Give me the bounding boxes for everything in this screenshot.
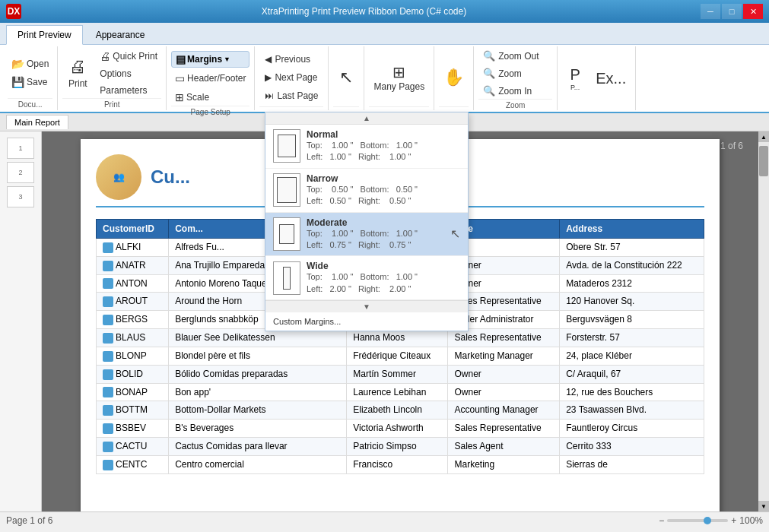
table-row: BLAUS Blauer See Delikatessen Hanna Moos… [97, 329, 704, 347]
last-icon: ⏭ [265, 90, 274, 101]
next-icon: ▶ [265, 72, 272, 83]
thumbnail-2[interactable]: 2 [7, 162, 34, 183]
zoom-in-button[interactable]: 🔍 Zoom In [478, 83, 552, 99]
maximize-button[interactable]: □ [722, 4, 742, 19]
close-button[interactable]: ✕ [743, 4, 763, 19]
parameters-button[interactable]: Parameters [96, 83, 161, 98]
margins-scroll-down[interactable]: ▼ [265, 300, 468, 312]
previous-icon: ◀ [265, 54, 272, 65]
printer-icon: 🖨 [69, 57, 86, 77]
row-icon [103, 423, 113, 434]
cursor-over-moderate: ↖ [450, 226, 460, 241]
zoom-slider[interactable] [667, 519, 728, 522]
row-icon [103, 261, 113, 271]
previous-page-button[interactable]: ◀ Previous [259, 51, 323, 68]
table-row: CENTC Centro comercial Francisco Marketi… [97, 455, 704, 473]
zoom-in-status-button[interactable]: + [731, 515, 736, 526]
save-button[interactable]: 💾 Save [8, 74, 52, 90]
zoom-group-label: Zoom [478, 99, 552, 109]
scroll-down-button[interactable]: ▼ [758, 501, 769, 511]
margins-chevron: ▼ [224, 55, 230, 63]
app-icon: DX [6, 4, 21, 19]
print-big-button[interactable]: 🖨 Print [62, 52, 93, 94]
margin-item-wide[interactable]: Wide Top: 1.00 " Bottom: 1.00 " Left: 2.… [265, 256, 468, 300]
customer-title: Cu... [151, 166, 190, 188]
zoom-level: 100% [739, 515, 763, 526]
col-address: Address [560, 220, 704, 239]
header-footer-button[interactable]: ▭ Header/Footer [171, 70, 249, 87]
margin-item-moderate[interactable]: Moderate Top: 1.00 " Bottom: 1.00 " Left… [265, 213, 468, 257]
ribbon-group-print: 🖨 Print 🖨 Quick Print Options Parameters… [58, 46, 167, 110]
options-button[interactable]: Options [96, 66, 161, 81]
vertical-scrollbar[interactable]: ▲ ▼ [758, 131, 769, 511]
scale-button[interactable]: ⊞ Scale [171, 89, 249, 106]
row-icon [103, 442, 113, 452]
hand-icon: ✋ [443, 68, 464, 87]
margins-dropdown-button[interactable]: ▤ Margins ▼ [171, 51, 249, 68]
table-row: BONAP Bon app' Laurence Lebihan Owner 12… [97, 383, 704, 401]
cursor-icon: ↖ [339, 68, 353, 87]
many-pages-group-label [369, 106, 429, 109]
many-pages-button[interactable]: ⊞ Many Pages [369, 56, 429, 99]
minimize-button[interactable]: ─ [701, 4, 720, 19]
zoom-out-button[interactable]: 🔍 Zoom Out [478, 48, 552, 64]
table-row: BOLID Bólido Comidas preparadas Martín S… [97, 365, 704, 383]
hand-cursor-button[interactable]: ✋ [439, 56, 469, 99]
margins-icon: ▤ [176, 53, 186, 65]
zoom-out-status-button[interactable]: − [659, 515, 664, 526]
export-ex-icon: Ex... [596, 70, 626, 87]
ribbon-group-hand: ✋ [434, 46, 474, 110]
tab-print-preview[interactable]: Print Preview [6, 25, 83, 45]
custom-margins-button[interactable]: Custom Margins... [265, 312, 468, 331]
save-icon: 💾 [11, 76, 24, 88]
row-icon [103, 369, 113, 380]
hand-group-label [439, 106, 469, 109]
select-cursor-button[interactable]: ↖ [333, 56, 359, 99]
page-setup-group-content: ▤ Margins ▼ ▭ Header/Footer ⊞ Scale [171, 48, 249, 106]
last-page-button[interactable]: ⏭ Last Page [259, 87, 323, 104]
export-button-ex[interactable]: Ex... [591, 57, 631, 100]
thumbnail-3[interactable]: 3 [7, 186, 34, 207]
open-button[interactable]: 📂 Open [8, 55, 52, 72]
next-page-button[interactable]: ▶ Next Page [259, 69, 323, 86]
ribbon-group-page-setup: ▤ Margins ▼ ▭ Header/Footer ⊞ Scale Page… [167, 46, 255, 110]
main-report-tab[interactable]: Main Report [6, 115, 68, 129]
row-icon [103, 278, 113, 289]
zoom-out-icon: 🔍 [483, 50, 495, 62]
open-icon: 📂 [11, 58, 24, 70]
wide-label: Wide [307, 261, 460, 271]
print-group-content: 🖨 Print 🖨 Quick Print Options Parameters [62, 48, 161, 98]
margin-item-narrow[interactable]: Narrow Top: 0.50 " Bottom: 0.50 " Left: … [265, 169, 468, 213]
row-icon [103, 405, 113, 416]
export-button-p[interactable]: P P... [562, 57, 588, 100]
customer-avatar: 👥 [96, 154, 141, 200]
ribbon: 📂 Open 💾 Save Docu... 🖨 Print 🖨 Quick Pr… [0, 45, 769, 113]
ribbon-tab-bar: Print Preview Appearance [0, 23, 769, 45]
navigation-group-label [259, 106, 323, 109]
margins-scroll-up[interactable]: ▲ [265, 112, 468, 125]
zoom-button[interactable]: 🔍 Zoom [478, 65, 552, 81]
scroll-thumb[interactable] [759, 146, 768, 176]
scale-icon: ⊞ [175, 91, 184, 103]
thumbnail-1[interactable]: 1 [7, 138, 34, 159]
moderate-preview [273, 217, 300, 251]
print-group-label: Print [62, 98, 161, 109]
quick-print-button[interactable]: 🖨 Quick Print [96, 48, 161, 65]
status-page-info: Page 1 of 6 [6, 515, 52, 526]
scroll-up-button[interactable]: ▲ [758, 131, 769, 142]
export-p-icon: P [570, 66, 580, 84]
page-thumbnails-sidebar: 1 2 3 [0, 131, 42, 511]
many-pages-icon: ⊞ [392, 63, 405, 81]
narrow-preview [273, 173, 300, 207]
margins-dropdown-panel: ▲ Normal Top: 1.00 " Bottom: 1.00 " Left… [265, 112, 469, 331]
narrow-label: Narrow [307, 173, 460, 184]
row-icon [103, 387, 113, 397]
margin-item-normal[interactable]: Normal Top: 1.00 " Bottom: 1.00 " Left: … [265, 125, 468, 169]
zoom-in-icon: 🔍 [483, 85, 495, 97]
zoom-control: − + 100% [659, 515, 763, 526]
table-row: CACTU Cactus Comidas para llevar Patrici… [97, 438, 704, 456]
ribbon-group-zoom: 🔍 Zoom Out 🔍 Zoom 🔍 Zoom In Zoom [474, 46, 558, 110]
zoom-icon: 🔍 [483, 68, 495, 79]
tab-appearance[interactable]: Appearance [84, 25, 157, 44]
scroll-track[interactable] [758, 142, 769, 501]
